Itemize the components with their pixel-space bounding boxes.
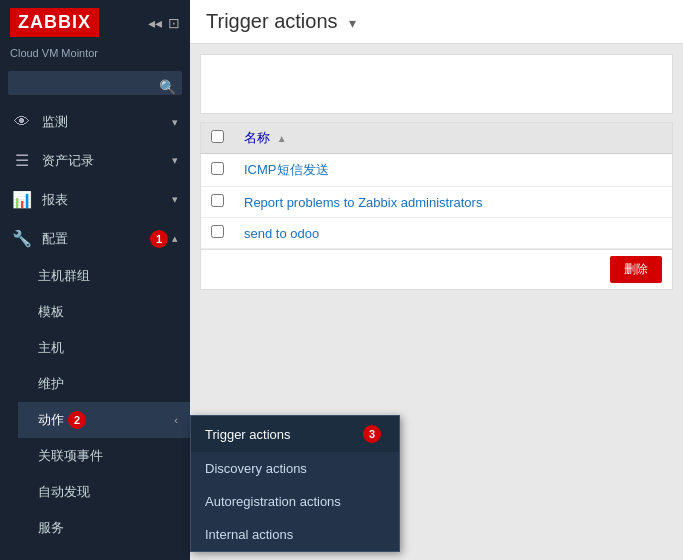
action-submenu: Trigger actions 3 Discovery actions Auto… — [190, 415, 400, 552]
chevron-up-icon: ▴ — [172, 232, 178, 245]
sidebar-item-label: 监测 — [42, 113, 172, 131]
sidebar-item-actions[interactable]: 动作 2 ‹ — [18, 402, 190, 438]
select-all-checkbox[interactable] — [211, 130, 224, 143]
submenu-discovery-label: Discovery actions — [205, 461, 307, 476]
sidebar-header: ZABBIX ◂◂ ⊡ — [0, 0, 190, 45]
monitor-icon: 👁 — [12, 113, 32, 131]
delete-button[interactable]: 删除 — [610, 256, 662, 283]
submenu-autoregistration-actions[interactable]: Autoregistration actions — [191, 485, 399, 518]
submenu-trigger-actions[interactable]: Trigger actions 3 — [191, 416, 399, 452]
cloud-label: Cloud VM Mointor — [0, 45, 190, 67]
sidebar-item-maintenance[interactable]: 维护 — [18, 366, 190, 402]
page-header: Trigger actions ▾ — [190, 0, 683, 44]
row-checkbox-cell — [201, 154, 234, 187]
chevron-down-icon: ▾ — [172, 193, 178, 206]
reports-icon: 📊 — [12, 190, 32, 209]
table-row: send to odoo — [201, 218, 672, 249]
logo: ZABBIX — [10, 8, 99, 37]
sidebar-item-host-groups[interactable]: 主机群组 — [18, 258, 190, 294]
submenu-trigger-badge: 3 — [363, 425, 381, 443]
page-title: Trigger actions ▾ — [206, 10, 356, 33]
submenu-internal-label: Internal actions — [205, 527, 293, 542]
sort-arrow-icon: ▲ — [277, 133, 287, 144]
submenu-internal-actions[interactable]: Internal actions — [191, 518, 399, 551]
config-badge: 1 — [150, 230, 168, 248]
page-title-dropdown[interactable]: ▾ — [349, 15, 356, 31]
data-table: 名称 ▲ ICMP短信发送 — [200, 122, 673, 250]
search-icon[interactable]: 🔍 — [159, 79, 176, 95]
sidebar-item-assets[interactable]: ☰ 资产记录 ▾ — [0, 141, 190, 180]
actions-label: 动作 — [38, 411, 64, 429]
row-name-link[interactable]: ICMP短信发送 — [244, 162, 329, 177]
row-checkbox-cell — [201, 218, 234, 249]
row-name-cell: ICMP短信发送 — [234, 154, 672, 187]
row-name-link[interactable]: Report problems to Zabbix administrators — [244, 195, 482, 210]
sub-nav: 主机群组 模板 主机 维护 动作 2 ‹ 关联项事件 自动发现 服务 — [0, 258, 190, 546]
sidebar-item-auto-discovery[interactable]: 自动发现 — [18, 474, 190, 510]
sidebar-item-label: 配置 — [42, 230, 146, 248]
sidebar-item-templates[interactable]: 模板 — [18, 294, 190, 330]
row-name-cell: send to odoo — [234, 218, 672, 249]
actions-badge: 2 — [68, 411, 86, 429]
actions-arrow: ‹ — [174, 414, 178, 426]
row-checkbox-cell — [201, 187, 234, 218]
sidebar-item-reports[interactable]: 📊 报表 ▾ — [0, 180, 190, 219]
expand-icon[interactable]: ⊡ — [168, 15, 180, 31]
row-name-link[interactable]: send to odoo — [244, 226, 319, 241]
chevron-down-icon: ▾ — [172, 154, 178, 167]
submenu-autoregistration-label: Autoregistration actions — [205, 494, 341, 509]
chevron-down-icon: ▾ — [172, 116, 178, 129]
sidebar-item-label: 资产记录 — [42, 152, 172, 170]
sidebar-item-services[interactable]: 服务 — [18, 510, 190, 546]
sidebar-item-label: 报表 — [42, 191, 172, 209]
table-row: Report problems to Zabbix administrators — [201, 187, 672, 218]
table-row: ICMP短信发送 — [201, 154, 672, 187]
table-footer: 删除 — [200, 250, 673, 290]
search-input[interactable] — [8, 71, 182, 95]
page-title-text: Trigger actions — [206, 10, 338, 32]
row-checkbox[interactable] — [211, 162, 224, 175]
config-icon: 🔧 — [12, 229, 32, 248]
sidebar-icons: ◂◂ ⊡ — [142, 15, 180, 31]
assets-icon: ☰ — [12, 151, 32, 170]
submenu-discovery-actions[interactable]: Discovery actions — [191, 452, 399, 485]
filter-panel — [200, 54, 673, 114]
col-name-link[interactable]: 名称 ▲ — [244, 130, 287, 145]
sidebar-item-monitor[interactable]: 👁 监测 ▾ — [0, 103, 190, 141]
sidebar-item-linked-events[interactable]: 关联项事件 — [18, 438, 190, 474]
search-bar: 🔍 — [0, 67, 190, 103]
col-name-text: 名称 — [244, 130, 270, 145]
row-checkbox[interactable] — [211, 194, 224, 207]
sidebar: ZABBIX ◂◂ ⊡ Cloud VM Mointor 🔍 👁 监测 ▾ ☰ … — [0, 0, 190, 560]
sidebar-item-config[interactable]: 🔧 配置 1 ▴ — [0, 219, 190, 258]
select-all-header — [201, 123, 234, 154]
sidebar-item-hosts[interactable]: 主机 — [18, 330, 190, 366]
row-name-cell: Report problems to Zabbix administrators — [234, 187, 672, 218]
row-checkbox[interactable] — [211, 225, 224, 238]
submenu-trigger-actions-label: Trigger actions — [205, 427, 291, 442]
col-name-header: 名称 ▲ — [234, 123, 672, 154]
collapse-icon[interactable]: ◂◂ — [148, 15, 162, 31]
